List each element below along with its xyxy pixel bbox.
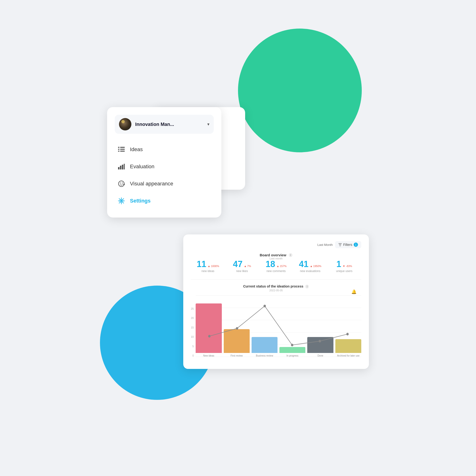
svg-point-10	[119, 181, 124, 187]
bar-in-progress: In progress	[279, 296, 305, 357]
stat-new-likes: 47 ▲ 7% new likes	[225, 260, 259, 273]
notification-icon[interactable]: 🔔	[351, 289, 357, 294]
filters-btn-label: Filters	[343, 243, 352, 247]
sidebar-item-visual-appearance[interactable]: Visual appearance	[115, 176, 214, 192]
svg-point-14	[120, 200, 122, 202]
workspace-avatar	[119, 118, 131, 130]
svg-rect-0	[118, 147, 119, 148]
sidebar-item-evaluation[interactable]: Evaluation	[115, 158, 214, 175]
chart-section: Current status of the ideation process i…	[191, 279, 361, 362]
ideas-icon	[118, 146, 125, 153]
bar-label-new-ideas: New ideas	[203, 354, 214, 357]
stat-change-new-ideas: ▲ 1000%	[208, 265, 219, 268]
bar-label-done: Done	[318, 354, 323, 357]
svg-rect-2	[118, 151, 119, 152]
dashboard-card: Last Month Filters 1 Board overview i La…	[183, 235, 369, 369]
svg-rect-3	[120, 147, 125, 148]
chart-title: Current status of the ideation process i	[191, 284, 361, 289]
bar-first-review: First review	[224, 296, 250, 357]
chevron-down-icon: ▾	[207, 122, 209, 127]
bars-row: New ideas First review Business review	[196, 296, 361, 357]
stat-label-new-likes: new likes	[225, 270, 259, 273]
board-overview-header: Last Month Filters 1	[191, 241, 361, 248]
bar-label-first-review: First review	[231, 354, 243, 357]
settings-gear-icon	[118, 197, 125, 205]
stat-label-new-comments: new comments	[259, 270, 293, 273]
bar-done-fill	[307, 337, 333, 353]
bar-new-ideas: New ideas	[196, 296, 221, 357]
bar-label-in-progress: In progress	[287, 354, 298, 357]
stat-new-evaluations: 41 ▲ 1950% new evaluations	[293, 260, 327, 273]
filter-controls: Last Month Filters 1	[318, 241, 361, 248]
stat-number-new-comments: 18	[266, 260, 275, 269]
svg-rect-8	[122, 165, 123, 170]
sidebar-card: Innovation Man... ▾ Ideas	[107, 107, 221, 218]
svg-point-11	[120, 183, 121, 184]
board-overview-title-wrap: Board overview i Last month	[191, 253, 361, 260]
stat-change-unique-users: ▼ -83%	[343, 265, 352, 268]
y-label-10: 10	[191, 336, 194, 338]
sidebar-item-ideas[interactable]: Ideas	[115, 141, 214, 157]
stat-unique-users: 1 ▼ -83% unique users	[327, 260, 361, 273]
y-label-20: 20	[191, 317, 194, 319]
board-overview-info-icon: i	[289, 253, 292, 257]
filter-count-badge: 1	[354, 242, 358, 247]
stat-change-new-comments: ▲ 157%	[276, 265, 287, 268]
evaluation-icon	[118, 163, 125, 170]
main-container: Innovation Man... ▾ Ideas	[107, 107, 369, 369]
board-overview-section: Board overview i Last month 11 ▲ 1000% n…	[191, 253, 361, 273]
svg-rect-9	[124, 164, 125, 170]
bar-business-review-fill	[252, 337, 277, 353]
stat-number-new-likes: 47	[233, 260, 242, 269]
stat-new-comments: 18 ▲ 157% new comments	[259, 260, 293, 273]
chart-date: 2022-05-05	[191, 289, 361, 292]
y-label-15: 15	[191, 326, 194, 329]
filters-button[interactable]: Filters 1	[335, 241, 361, 248]
stat-label-unique-users: unique users	[327, 270, 361, 273]
bar-label-business-review: Business review	[256, 354, 273, 357]
y-label-5: 5	[191, 345, 194, 348]
stats-row: 11 ▲ 1000% new ideas 47 ▲ 7% new likes	[191, 260, 361, 273]
board-overview-title: Board overview i	[191, 253, 361, 257]
svg-point-12	[122, 183, 123, 184]
stat-label-new-ideas: new ideas	[191, 270, 225, 273]
stat-change-new-likes: ▲ 7%	[244, 265, 251, 268]
y-label-0: 0	[191, 354, 194, 357]
y-label-25: 25	[191, 307, 194, 310]
svg-rect-6	[118, 167, 119, 170]
stat-change-new-evaluations: ▲ 1950%	[310, 265, 321, 268]
bar-business-review: Business review	[252, 296, 277, 357]
bar-archived-fill	[335, 339, 361, 353]
svg-rect-4	[120, 149, 125, 150]
visual-appearance-label: Visual appearance	[130, 181, 173, 187]
svg-rect-7	[120, 166, 121, 170]
stat-number-new-ideas: 11	[197, 260, 206, 269]
bar-label-archived: Archived for later use	[337, 354, 360, 357]
chart-wrapper: 0 5 10 15 20 25	[191, 296, 361, 362]
chart-info-icon: i	[305, 285, 309, 289]
chart-bars-container: New ideas First review Business review	[196, 296, 361, 362]
palette-icon	[118, 180, 125, 187]
stat-number-unique-users: 1	[337, 260, 341, 269]
workspace-selector[interactable]: Innovation Man... ▾	[115, 115, 214, 134]
bar-first-review-fill	[224, 329, 250, 353]
evaluation-label: Evaluation	[130, 164, 154, 170]
stat-label-new-evaluations: new evaluations	[293, 270, 327, 273]
bar-new-ideas-fill	[196, 304, 221, 353]
bar-archived: Archived for later use	[335, 296, 361, 357]
stat-number-new-evaluations: 41	[299, 260, 308, 269]
board-overview-subtitle: Last month	[191, 257, 361, 260]
ideas-label: Ideas	[130, 146, 143, 153]
svg-point-13	[123, 184, 125, 185]
stat-new-ideas: 11 ▲ 1000% new ideas	[191, 260, 225, 273]
bar-done: Done	[307, 296, 333, 357]
svg-rect-1	[118, 149, 119, 150]
last-month-label: Last Month	[318, 243, 333, 247]
bar-in-progress-fill	[279, 347, 305, 353]
workspace-name: Innovation Man...	[135, 122, 204, 127]
svg-rect-5	[120, 151, 125, 152]
sidebar-item-settings[interactable]: Settings	[115, 193, 214, 209]
settings-label: Settings	[130, 198, 151, 204]
